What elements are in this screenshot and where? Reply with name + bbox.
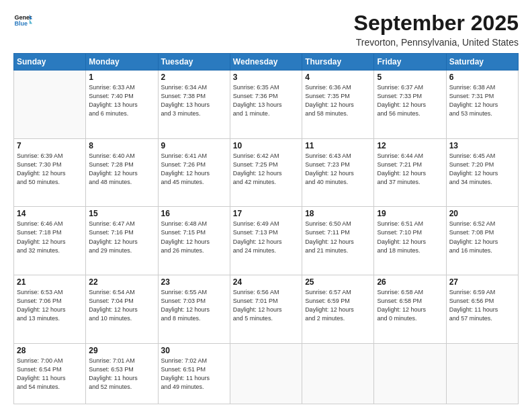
day-number: 9: [161, 141, 227, 150]
day-number: 18: [305, 209, 371, 218]
day-info: Sunrise: 6:54 AM Sunset: 7:04 PM Dayligh…: [89, 288, 154, 323]
calendar-cell: 8Sunrise: 6:40 AM Sunset: 7:28 PM Daylig…: [86, 138, 158, 207]
location: Trevorton, Pennsylvania, United States: [354, 37, 519, 48]
day-info: Sunrise: 6:57 AM Sunset: 6:59 PM Dayligh…: [305, 288, 371, 323]
calendar-cell: 20Sunrise: 6:52 AM Sunset: 7:08 PM Dayli…: [446, 207, 518, 275]
calendar-cell: 5Sunrise: 6:37 AM Sunset: 7:33 PM Daylig…: [374, 71, 446, 139]
calendar-cell: 2Sunrise: 6:34 AM Sunset: 7:38 PM Daylig…: [158, 71, 230, 139]
day-info: Sunrise: 6:41 AM Sunset: 7:26 PM Dayligh…: [161, 152, 227, 187]
day-number: 10: [233, 141, 299, 150]
calendar-cell: [374, 343, 446, 404]
calendar-cell: 22Sunrise: 6:54 AM Sunset: 7:04 PM Dayli…: [86, 275, 158, 344]
day-info: Sunrise: 6:55 AM Sunset: 7:03 PM Dayligh…: [161, 288, 227, 323]
calendar-cell: 30Sunrise: 7:02 AM Sunset: 6:51 PM Dayli…: [158, 343, 230, 404]
weekday-header: Monday: [86, 54, 158, 71]
day-number: 15: [89, 209, 154, 218]
calendar-cell: 15Sunrise: 6:47 AM Sunset: 7:16 PM Dayli…: [86, 207, 158, 275]
weekday-header-row: SundayMondayTuesdayWednesdayThursdayFrid…: [14, 54, 519, 71]
calendar-cell: 24Sunrise: 6:56 AM Sunset: 7:01 PM Dayli…: [230, 275, 302, 344]
calendar-cell: 10Sunrise: 6:42 AM Sunset: 7:25 PM Dayli…: [230, 138, 302, 207]
day-number: 19: [377, 209, 443, 218]
calendar-week-row: 1Sunrise: 6:33 AM Sunset: 7:40 PM Daylig…: [14, 71, 519, 139]
day-number: 6: [449, 73, 515, 82]
calendar-cell: 12Sunrise: 6:44 AM Sunset: 7:21 PM Dayli…: [374, 138, 446, 207]
title-block: September 2025 Trevorton, Pennsylvania, …: [354, 11, 519, 48]
calendar-cell: 19Sunrise: 6:51 AM Sunset: 7:10 PM Dayli…: [374, 207, 446, 275]
day-number: 21: [17, 277, 83, 287]
page: General Blue September 2025 Trevorton, P…: [0, 0, 532, 411]
day-info: Sunrise: 6:37 AM Sunset: 7:33 PM Dayligh…: [377, 83, 443, 118]
calendar-cell: 1Sunrise: 6:33 AM Sunset: 7:40 PM Daylig…: [86, 71, 158, 139]
day-number: 2: [161, 73, 227, 82]
day-info: Sunrise: 7:01 AM Sunset: 6:53 PM Dayligh…: [89, 357, 154, 392]
weekday-header: Tuesday: [158, 54, 230, 71]
day-number: 12: [377, 141, 443, 150]
day-number: 3: [233, 73, 299, 82]
day-number: 25: [305, 277, 371, 287]
calendar-cell: 17Sunrise: 6:49 AM Sunset: 7:13 PM Dayli…: [230, 207, 302, 275]
calendar-cell: 21Sunrise: 6:53 AM Sunset: 7:06 PM Dayli…: [14, 275, 86, 344]
day-info: Sunrise: 6:49 AM Sunset: 7:13 PM Dayligh…: [233, 220, 299, 255]
weekday-header: Wednesday: [230, 54, 302, 71]
logo-icon: General Blue: [13, 11, 32, 30]
svg-text:Blue: Blue: [14, 20, 28, 27]
calendar-week-row: 7Sunrise: 6:39 AM Sunset: 7:30 PM Daylig…: [14, 138, 519, 207]
day-info: Sunrise: 6:46 AM Sunset: 7:18 PM Dayligh…: [17, 220, 83, 255]
day-number: 14: [17, 209, 83, 218]
day-info: Sunrise: 7:02 AM Sunset: 6:51 PM Dayligh…: [161, 357, 227, 392]
day-number: 13: [449, 141, 515, 150]
day-info: Sunrise: 6:43 AM Sunset: 7:23 PM Dayligh…: [305, 152, 371, 187]
calendar-cell: [446, 343, 518, 404]
day-number: 8: [89, 141, 154, 150]
day-info: Sunrise: 6:34 AM Sunset: 7:38 PM Dayligh…: [161, 83, 227, 118]
calendar-week-row: 14Sunrise: 6:46 AM Sunset: 7:18 PM Dayli…: [14, 207, 519, 275]
calendar-cell: 23Sunrise: 6:55 AM Sunset: 7:03 PM Dayli…: [158, 275, 230, 344]
day-info: Sunrise: 6:50 AM Sunset: 7:11 PM Dayligh…: [305, 220, 371, 255]
calendar-cell: 29Sunrise: 7:01 AM Sunset: 6:53 PM Dayli…: [86, 343, 158, 404]
day-info: Sunrise: 6:45 AM Sunset: 7:20 PM Dayligh…: [449, 152, 515, 187]
weekday-header: Thursday: [302, 54, 374, 71]
day-info: Sunrise: 6:52 AM Sunset: 7:08 PM Dayligh…: [449, 220, 515, 255]
day-info: Sunrise: 6:35 AM Sunset: 7:36 PM Dayligh…: [233, 83, 299, 118]
calendar-cell: 3Sunrise: 6:35 AM Sunset: 7:36 PM Daylig…: [230, 71, 302, 139]
month-title: September 2025: [354, 11, 519, 36]
day-number: 28: [17, 346, 83, 355]
calendar-cell: 14Sunrise: 6:46 AM Sunset: 7:18 PM Dayli…: [14, 207, 86, 275]
day-info: Sunrise: 6:42 AM Sunset: 7:25 PM Dayligh…: [233, 152, 299, 187]
calendar-cell: 9Sunrise: 6:41 AM Sunset: 7:26 PM Daylig…: [158, 138, 230, 207]
day-info: Sunrise: 6:39 AM Sunset: 7:30 PM Dayligh…: [17, 152, 83, 187]
calendar-cell: 11Sunrise: 6:43 AM Sunset: 7:23 PM Dayli…: [302, 138, 374, 207]
calendar-cell: 27Sunrise: 6:59 AM Sunset: 6:56 PM Dayli…: [446, 275, 518, 344]
day-info: Sunrise: 6:53 AM Sunset: 7:06 PM Dayligh…: [17, 288, 83, 323]
day-info: Sunrise: 6:47 AM Sunset: 7:16 PM Dayligh…: [89, 220, 154, 255]
day-number: 20: [449, 209, 515, 218]
weekday-header: Sunday: [14, 54, 86, 71]
day-number: 27: [449, 277, 515, 287]
day-number: 5: [377, 73, 443, 82]
day-info: Sunrise: 6:58 AM Sunset: 6:58 PM Dayligh…: [377, 288, 443, 323]
calendar-cell: [14, 71, 86, 139]
calendar-cell: 7Sunrise: 6:39 AM Sunset: 7:30 PM Daylig…: [14, 138, 86, 207]
day-info: Sunrise: 6:33 AM Sunset: 7:40 PM Dayligh…: [89, 83, 154, 118]
day-info: Sunrise: 6:38 AM Sunset: 7:31 PM Dayligh…: [449, 83, 515, 118]
day-number: 17: [233, 209, 299, 218]
day-info: Sunrise: 6:56 AM Sunset: 7:01 PM Dayligh…: [233, 288, 299, 323]
day-number: 1: [89, 73, 154, 82]
day-info: Sunrise: 6:40 AM Sunset: 7:28 PM Dayligh…: [89, 152, 154, 187]
day-info: Sunrise: 6:51 AM Sunset: 7:10 PM Dayligh…: [377, 220, 443, 255]
day-info: Sunrise: 6:48 AM Sunset: 7:15 PM Dayligh…: [161, 220, 227, 255]
day-info: Sunrise: 6:44 AM Sunset: 7:21 PM Dayligh…: [377, 152, 443, 187]
logo: General Blue: [13, 11, 32, 30]
day-number: 4: [305, 73, 371, 82]
day-info: Sunrise: 7:00 AM Sunset: 6:54 PM Dayligh…: [17, 357, 83, 392]
calendar-week-row: 21Sunrise: 6:53 AM Sunset: 7:06 PM Dayli…: [14, 275, 519, 344]
day-number: 22: [89, 277, 154, 287]
day-number: 16: [161, 209, 227, 218]
day-number: 24: [233, 277, 299, 287]
day-number: 29: [89, 346, 154, 355]
day-info: Sunrise: 6:36 AM Sunset: 7:35 PM Dayligh…: [305, 83, 371, 118]
calendar-cell: 18Sunrise: 6:50 AM Sunset: 7:11 PM Dayli…: [302, 207, 374, 275]
calendar-cell: 16Sunrise: 6:48 AM Sunset: 7:15 PM Dayli…: [158, 207, 230, 275]
header: General Blue September 2025 Trevorton, P…: [13, 11, 519, 48]
calendar-cell: [302, 343, 374, 404]
